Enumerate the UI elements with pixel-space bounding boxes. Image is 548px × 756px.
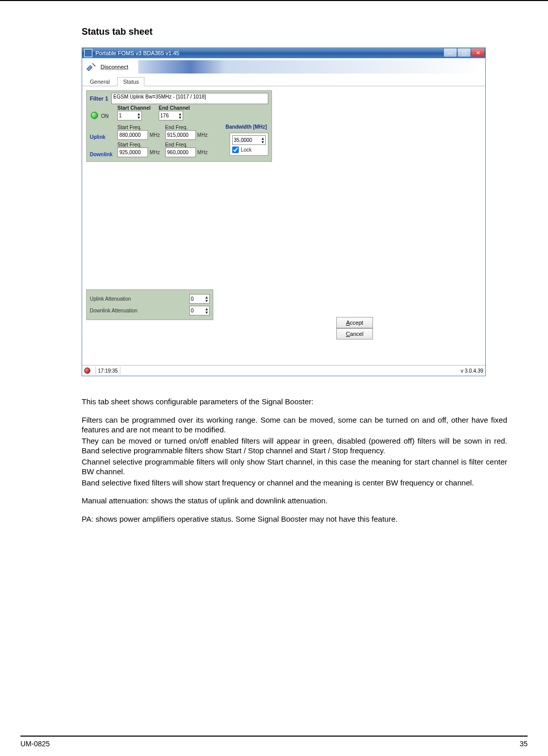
tab-general[interactable]: General [84, 77, 115, 86]
statusbar: 17:19:35 v 3.0.4.39 [82, 365, 485, 376]
uplink-atten-input[interactable]: 0▲▼ [189, 294, 210, 304]
disconnect-label: Disconnect [101, 64, 128, 70]
footer-page-number: 35 [519, 740, 528, 748]
tab-status[interactable]: Status [117, 77, 144, 86]
disconnect-button[interactable]: Disconnect [85, 62, 128, 72]
description-text: This tab sheet shows configurable parame… [82, 397, 507, 524]
mhz-unit: MHz [150, 132, 160, 138]
uplink-start-freq-label: Start Freq. [117, 125, 141, 130]
downlink-atten-label: Downlink Attenuation [90, 308, 137, 313]
attenuation-panel: Uplink Attenuation 0▲▼ Downlink Attenuat… [86, 289, 213, 320]
tab-strip: General Status [82, 76, 485, 86]
statusbar-version: v 3.0.4.39 [461, 368, 483, 374]
downlink-atten-input[interactable]: 0▲▼ [189, 306, 210, 315]
window-title: Portable FOMS v3 BDA365 v1.45 [95, 50, 179, 56]
maximize-button[interactable]: ▢ [458, 48, 470, 57]
paragraph: This tab sheet shows configurable parame… [82, 397, 507, 407]
start-channel-input[interactable]: 1▲▼ [117, 111, 142, 120]
mhz-unit: MHz [197, 150, 208, 155]
uplink-end-freq-input[interactable]: 915,0000 [165, 130, 196, 140]
tab-body: Filter 1 EGSM Uplink Bw=35MHz - [1017 / … [82, 86, 485, 365]
section-heading: Status tab sheet [82, 27, 507, 37]
status-led-on [91, 112, 98, 119]
bandwidth-input[interactable]: 35,0000▲▼ [232, 135, 266, 145]
app-icon [84, 49, 92, 57]
downlink-start-freq-input[interactable]: 925,0000 [117, 148, 148, 157]
on-label: ON [101, 113, 109, 119]
paragraph: Band selective fixed filters will show s… [82, 478, 507, 488]
close-button[interactable]: ✕ [471, 48, 484, 57]
paragraph: PA: shows power amplifiers operative sta… [82, 514, 507, 524]
statusbar-time: 17:19:35 [98, 368, 118, 374]
mhz-unit: MHz [150, 150, 160, 155]
end-channel-label: End Channel [159, 105, 190, 111]
footer-doc-id: UM-0825 [20, 740, 50, 748]
filter-label: Filter 1 [90, 95, 108, 102]
bandwidth-label: Bandwidth [MHz] [226, 124, 267, 130]
accept-button[interactable]: Accept [336, 317, 373, 328]
paragraph: Filters can be programmed over its worki… [82, 415, 507, 435]
start-channel-label: Start Channel [117, 105, 151, 111]
mhz-unit: MHz [197, 132, 208, 138]
uplink-label: Uplink [90, 134, 106, 140]
svg-line-0 [92, 63, 95, 66]
downlink-end-freq-label: End Freq. [165, 142, 188, 148]
downlink-end-freq-input[interactable]: 960,0000 [165, 148, 196, 157]
app-window: Portable FOMS v3 BDA365 v1.45 — ▢ ✕ Disc… [82, 47, 486, 376]
cancel-button[interactable]: Cancel [336, 328, 373, 339]
filter-dropdown[interactable]: EGSM Uplink Bw=35MHz - [1017 / 1018] [111, 93, 268, 104]
downlink-label: Downlink [90, 152, 112, 157]
uplink-atten-label: Uplink Attenuation [90, 296, 131, 302]
lock-checkbox[interactable] [232, 147, 239, 153]
window-titlebar: Portable FOMS v3 BDA365 v1.45 — ▢ ✕ [82, 48, 485, 58]
status-led-icon [84, 368, 90, 374]
bandwidth-box: 35,0000▲▼ Lock [230, 133, 268, 156]
filter-panel: Filter 1 EGSM Uplink Bw=35MHz - [1017 / … [86, 90, 272, 162]
minimize-button[interactable]: — [444, 48, 457, 57]
paragraph: Manual attenuation: shows the status of … [82, 496, 507, 506]
toolbar: Disconnect [82, 58, 485, 76]
paragraph: They can be moved or turned on/off enabl… [82, 436, 507, 456]
paragraph: Channel selective programmable filters w… [82, 457, 507, 477]
plug-icon [85, 62, 97, 72]
end-channel-input[interactable]: 176▲▼ [159, 111, 183, 120]
uplink-end-freq-label: End Freq. [165, 125, 188, 130]
downlink-start-freq-label: Start Freq. [117, 142, 141, 148]
lock-label: Lock [241, 147, 252, 153]
uplink-start-freq-input[interactable]: 880,0000 [117, 130, 148, 140]
